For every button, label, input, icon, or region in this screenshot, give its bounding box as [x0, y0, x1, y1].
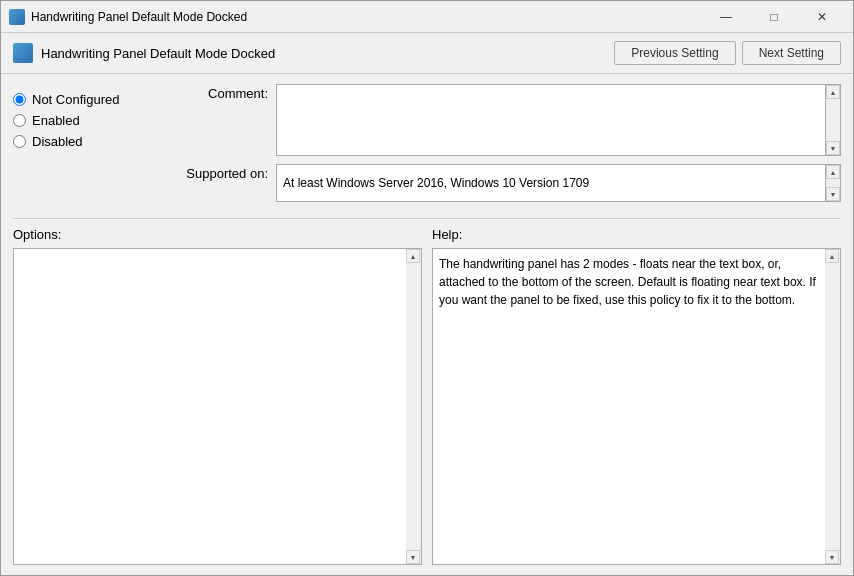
- radio-group: Not Configured Enabled Disabled: [13, 84, 173, 202]
- window-icon: [9, 9, 25, 25]
- header-title: Handwriting Panel Default Mode Docked: [41, 46, 614, 61]
- radio-disabled[interactable]: Disabled: [13, 134, 173, 149]
- radio-not-configured[interactable]: Not Configured: [13, 92, 173, 107]
- comment-field-container: [276, 84, 841, 156]
- comment-label: Comment:: [173, 84, 268, 101]
- header-icon: [13, 43, 33, 63]
- minimize-button[interactable]: —: [703, 4, 749, 30]
- fields-area: Comment: Supported on: At least Windows …: [173, 84, 841, 202]
- supported-on-label: Supported on:: [173, 164, 268, 181]
- close-button[interactable]: ✕: [799, 4, 845, 30]
- previous-setting-button[interactable]: Previous Setting: [614, 41, 735, 65]
- options-scroll-down[interactable]: [406, 550, 420, 564]
- supported-on-container: At least Windows Server 2016, Windows 10…: [276, 164, 841, 202]
- supported-scroll-up[interactable]: [826, 165, 840, 179]
- supported-scroll-down[interactable]: [826, 187, 840, 201]
- help-scroll-up[interactable]: [825, 249, 839, 263]
- help-box: The handwriting panel has 2 modes - floa…: [432, 248, 825, 565]
- header-buttons: Previous Setting Next Setting: [614, 41, 841, 65]
- help-label: Help:: [432, 227, 841, 242]
- options-scroll-up[interactable]: [406, 249, 420, 263]
- radio-disabled-input[interactable]: [13, 135, 26, 148]
- content-area: Not Configured Enabled Disabled Comment:: [1, 74, 853, 575]
- main-window: Handwriting Panel Default Mode Docked — …: [0, 0, 854, 576]
- bottom-section: Options: Help: The handwriting panel has…: [13, 227, 841, 565]
- radio-not-configured-label: Not Configured: [32, 92, 119, 107]
- help-scrollbar: [825, 248, 841, 565]
- header-bar: Handwriting Panel Default Mode Docked Pr…: [1, 33, 853, 74]
- options-label: Options:: [13, 227, 422, 242]
- title-bar: Handwriting Panel Default Mode Docked — …: [1, 1, 853, 33]
- supported-on-row: Supported on: At least Windows Server 20…: [173, 164, 841, 202]
- divider: [13, 218, 841, 219]
- comment-scroll-up[interactable]: [826, 85, 840, 99]
- top-section: Not Configured Enabled Disabled Comment:: [13, 84, 841, 202]
- help-panel: Help: The handwriting panel has 2 modes …: [432, 227, 841, 565]
- supported-on-value: At least Windows Server 2016, Windows 10…: [276, 164, 825, 202]
- supported-scrollbar: [825, 164, 841, 202]
- radio-disabled-label: Disabled: [32, 134, 83, 149]
- radio-enabled[interactable]: Enabled: [13, 113, 173, 128]
- title-bar-controls: — □ ✕: [703, 4, 845, 30]
- radio-enabled-input[interactable]: [13, 114, 26, 127]
- help-scroll-down[interactable]: [825, 550, 839, 564]
- comment-textarea[interactable]: [276, 84, 825, 156]
- options-panel: Options:: [13, 227, 422, 565]
- help-box-container: The handwriting panel has 2 modes - floa…: [432, 248, 841, 565]
- options-box: [13, 248, 406, 565]
- next-setting-button[interactable]: Next Setting: [742, 41, 841, 65]
- comment-scrollbar: [825, 84, 841, 156]
- options-box-container: [13, 248, 422, 565]
- window-title: Handwriting Panel Default Mode Docked: [31, 10, 703, 24]
- comment-row: Comment:: [173, 84, 841, 156]
- radio-enabled-label: Enabled: [32, 113, 80, 128]
- options-scrollbar: [406, 248, 422, 565]
- maximize-button[interactable]: □: [751, 4, 797, 30]
- radio-not-configured-input[interactable]: [13, 93, 26, 106]
- comment-scroll-down[interactable]: [826, 141, 840, 155]
